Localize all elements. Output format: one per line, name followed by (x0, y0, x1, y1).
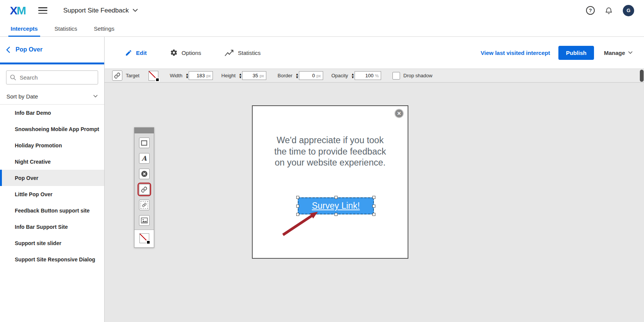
border-input[interactable]: 0px (299, 71, 323, 80)
chevron-down-icon (628, 51, 633, 54)
tab-statistics[interactable]: Statistics (55, 21, 77, 36)
creative-tool-palette: A (134, 127, 154, 248)
width-stepper[interactable]: ▲▼ (185, 73, 189, 79)
list-item[interactable]: Support site slider (0, 235, 104, 251)
list-item[interactable]: Support Site Responsive Dialog (0, 251, 104, 267)
design-canvas: A (105, 83, 644, 322)
resize-handle[interactable] (296, 196, 299, 199)
pencil-icon (125, 49, 132, 56)
current-intercept-name: Pop Over (16, 46, 42, 53)
width-label: Width (170, 73, 182, 78)
action-toolbar: Edit Options Statistics View last visite… (105, 37, 644, 69)
fill-color-swatch[interactable] (148, 71, 158, 81)
help-icon[interactable]: ? (586, 6, 595, 15)
height-input[interactable]: 35px (242, 71, 266, 80)
list-item[interactable]: Snowshoeing Mobile App Prompt (0, 121, 104, 137)
resize-handle[interactable] (335, 196, 338, 199)
border-label: Border (278, 73, 292, 78)
dialog-close-icon[interactable]: ✕ (394, 109, 404, 118)
palette-color-swatch[interactable] (139, 233, 149, 243)
top-bar: XM Support Site Feedback ? G (0, 0, 644, 21)
width-input[interactable]: 183px (189, 71, 213, 80)
edit-mode-button[interactable]: Edit (125, 49, 147, 56)
line-chart-icon (225, 49, 234, 56)
view-last-visited-link[interactable]: View last visited intercept (481, 50, 550, 56)
chevron-down-icon (93, 95, 98, 98)
primary-tabs: Intercepts Statistics Settings (0, 21, 644, 37)
chevron-down-icon[interactable] (133, 9, 138, 12)
options-mode-button[interactable]: Options (170, 49, 201, 56)
intercepts-sidebar: Pop Over Sort by Date Info Bar Demo Snow… (0, 37, 105, 322)
list-item-selected[interactable]: Pop Over (0, 170, 104, 186)
text-icon: A (142, 155, 147, 162)
drop-shadow-label: Drop shadow (403, 73, 433, 78)
list-item[interactable]: Feedback Button support site (0, 202, 104, 219)
opacity-label: Opacity (331, 73, 348, 78)
target-label: Target (126, 73, 139, 78)
publish-button[interactable]: Publish (558, 46, 594, 60)
popover-preview: ✕ We'd appreciate if you took the time t… (252, 105, 408, 259)
survey-link-element[interactable]: Survey Link! (298, 197, 374, 214)
back-to-list[interactable]: Pop Over (0, 37, 104, 64)
survey-link-text[interactable]: Survey Link! (312, 201, 360, 211)
popover-message[interactable]: We'd appreciate if you took the time to … (269, 135, 391, 169)
rectangle-tool-button[interactable] (139, 138, 150, 148)
tab-settings[interactable]: Settings (94, 21, 114, 36)
search-input[interactable] (19, 74, 96, 81)
topbar-actions: ? G (586, 5, 634, 16)
text-tool-button[interactable]: A (139, 153, 150, 164)
resize-handle[interactable] (372, 205, 375, 208)
resize-handle[interactable] (372, 213, 375, 216)
chevron-left-icon (6, 47, 10, 53)
height-label: Height (221, 73, 236, 78)
scrollbar-thumb[interactable] (640, 70, 644, 82)
user-avatar[interactable]: G (623, 5, 634, 16)
resize-handle[interactable] (296, 205, 299, 208)
list-item[interactable]: Info Bar Demo (0, 105, 104, 121)
resize-handle[interactable] (372, 196, 375, 199)
hamburger-menu-icon[interactable] (38, 7, 47, 14)
search-icon (10, 74, 16, 81)
intercept-list: Info Bar Demo Snowshoeing Mobile App Pro… (0, 105, 104, 267)
notifications-bell-icon[interactable] (605, 6, 613, 15)
resize-handle[interactable] (335, 213, 338, 216)
image-tool-button[interactable] (139, 215, 150, 226)
embedded-target-tool-button[interactable] (139, 200, 150, 210)
palette-color-section (134, 230, 154, 247)
list-item[interactable]: Little Pop Over (0, 186, 104, 202)
drop-shadow-checkbox[interactable] (392, 72, 400, 80)
height-stepper[interactable]: ▲▼ (239, 73, 242, 79)
sort-by-date-dropdown[interactable]: Sort by Date (0, 88, 104, 105)
border-stepper[interactable]: ▲▼ (295, 73, 299, 79)
statistics-mode-button[interactable]: Statistics (225, 49, 261, 56)
gear-icon (170, 49, 178, 56)
tab-intercepts[interactable]: Intercepts (11, 21, 38, 36)
rectangle-icon (141, 140, 147, 146)
main-panel: Edit Options Statistics View last visite… (105, 37, 644, 322)
survey-link-tool-button[interactable] (139, 184, 150, 195)
search-box[interactable] (6, 70, 98, 84)
manage-dropdown[interactable]: Manage (604, 50, 633, 56)
close-element-tool-button[interactable] (139, 169, 150, 179)
resize-handle[interactable] (296, 213, 299, 216)
opacity-input[interactable]: 100% (355, 71, 381, 80)
close-circle-icon (141, 170, 148, 177)
target-button[interactable] (112, 70, 122, 81)
palette-drag-handle[interactable] (134, 128, 154, 133)
format-toolbar: Target Width ▲▼ 183px Height ▲▼ 35px Bor… (105, 69, 644, 83)
list-item[interactable]: Night Creative (0, 153, 104, 170)
xm-logo: XM (10, 5, 25, 16)
link-icon (141, 186, 147, 193)
link-icon (114, 72, 120, 79)
sort-label: Sort by Date (6, 93, 38, 100)
list-item[interactable]: Info Bar Support Site (0, 219, 104, 235)
project-title[interactable]: Support Site Feedback (63, 7, 129, 14)
image-icon (141, 217, 148, 224)
opacity-stepper[interactable]: ▲▼ (351, 73, 355, 79)
list-item[interactable]: Holiday Promotion (0, 137, 104, 153)
dashed-link-icon (141, 201, 148, 209)
